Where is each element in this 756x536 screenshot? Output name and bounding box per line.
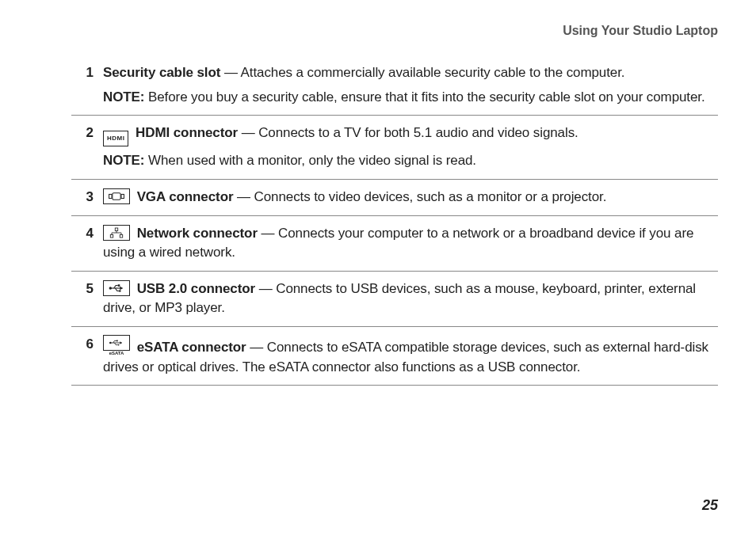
- esata-icon-text: eSATA: [107, 350, 126, 356]
- item-number: 2: [71, 124, 103, 143]
- item-title: VGA connector: [137, 189, 234, 204]
- note-text: When used with a monitor, only the video…: [144, 153, 476, 168]
- svg-rect-9: [120, 234, 122, 237]
- svg-rect-18: [116, 340, 118, 342]
- item-number: 5: [71, 279, 103, 299]
- item-number: 4: [71, 224, 103, 244]
- hdmi-icon: HDMI: [103, 131, 128, 146]
- list-item: 2 HDMI HDMI connector — Connects to a TV…: [71, 116, 718, 180]
- item-desc: — Attaches a commercially available secu…: [220, 65, 624, 80]
- network-icon: [103, 225, 130, 241]
- item-number: 3: [71, 188, 103, 207]
- svg-rect-13: [118, 284, 120, 287]
- svg-rect-0: [109, 194, 112, 198]
- port-list: 1 Security cable slot — Attaches a comme…: [38, 55, 718, 386]
- item-title: HDMI connector: [136, 125, 238, 140]
- item-body: eSATA eSATA connector — Connects to eSAT…: [103, 335, 718, 377]
- item-desc: — Connects to a TV for both 5.1 audio an…: [238, 125, 578, 140]
- item-number: 1: [71, 63, 103, 83]
- item-body: Network connector — Connects your comput…: [103, 224, 718, 263]
- svg-point-14: [119, 290, 121, 292]
- list-item: 3 VGA connector — Connects to video devi…: [71, 180, 718, 216]
- svg-rect-3: [115, 228, 117, 230]
- vga-icon: [103, 188, 130, 204]
- item-desc: — Connects to video devices, such as a m…: [233, 189, 606, 204]
- svg-marker-17: [120, 341, 122, 344]
- item-body: USB 2.0 connector — Connects to USB devi…: [103, 279, 718, 318]
- list-item: 6 eSATA eSATA connector — Connects to e: [71, 327, 718, 386]
- list-item: 4 Network connector — Connects your comp…: [71, 216, 718, 272]
- svg-rect-2: [121, 194, 124, 198]
- page-number: 25: [702, 497, 718, 514]
- usb-icon: [103, 280, 130, 296]
- item-title: USB 2.0 connector: [137, 281, 255, 296]
- list-item: 5 USB 2.0 connector — Connects to USB de…: [71, 272, 718, 327]
- item-title: Network connector: [137, 226, 258, 241]
- item-number: 6: [71, 335, 103, 355]
- svg-rect-1: [113, 193, 120, 200]
- section-header: Using Your Studio Laptop: [38, 24, 718, 38]
- note-label: NOTE:: [103, 89, 144, 105]
- note-label: NOTE:: [103, 153, 144, 168]
- item-body: VGA connector — Connects to video device…: [103, 188, 718, 207]
- svg-marker-12: [120, 286, 122, 290]
- list-item: 1 Security cable slot — Attaches a comme…: [71, 55, 718, 116]
- svg-point-19: [118, 344, 120, 346]
- svg-rect-8: [110, 234, 113, 237]
- item-title: Security cable slot: [103, 65, 220, 80]
- esata-icon: eSATA: [103, 335, 130, 351]
- item-title: eSATA connector: [137, 340, 246, 355]
- note-text: Before you buy a security cable, ensure …: [144, 89, 704, 105]
- item-body: Security cable slot — Attaches a commerc…: [103, 63, 718, 107]
- item-body: HDMI HDMI connector — Connects to a TV f…: [103, 124, 718, 171]
